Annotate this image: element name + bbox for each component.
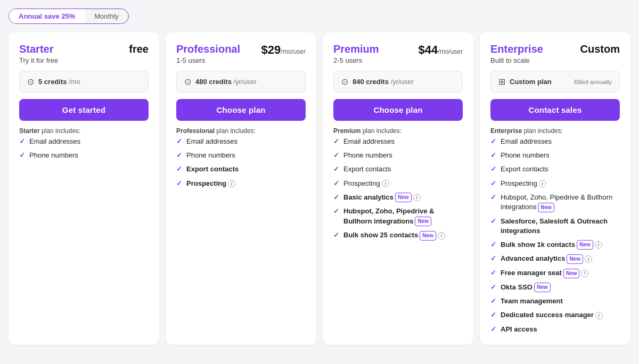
feature-item: ✓ Export contacts [490,164,620,174]
plan-includes-label: Professional plan includes: [176,127,306,135]
feature-item: ✓ Email addresses [19,137,149,146]
feature-item: ✓ Salesforce, Salesloft & Outreach integ… [490,217,620,236]
feature-item: ✓ Email addresses [176,137,306,146]
plan-includes-section: Starter plan includes: ✓ Email addresses… [19,127,149,160]
feature-text: Okta SSONew [501,283,551,293]
feature-item: ✓ Bulk show 25 contactsNewi [333,230,463,241]
credits-amount: 480 credits [195,78,232,86]
feature-text: Export contacts [186,164,239,174]
info-icon[interactable]: i [413,194,421,201]
monthly-label: Monthly [94,12,119,20]
feature-text: Export contacts [501,164,548,174]
plan-price: free [129,43,149,55]
cta-button-enterprise[interactable]: Contact sales [490,99,620,121]
feature-text: Phone numbers [186,151,235,160]
feature-text: Phone numbers [501,151,550,160]
check-icon: ✓ [333,165,339,173]
features-list: ✓ Email addresses ✓ Phone numbers ✓ Expo… [490,137,620,334]
check-icon: ✓ [333,207,339,215]
info-icon[interactable]: i [581,270,588,277]
cta-button-premium[interactable]: Choose plan [333,99,463,121]
credits-amount: 840 credits [353,78,389,86]
info-icon[interactable]: i [382,180,389,187]
cta-button-starter[interactable]: Get started [19,99,149,121]
custom-plan-icon: ⊞ [498,77,505,87]
custom-plan-box: ⊞ Custom plan Billed annually [490,71,620,93]
info-icon[interactable]: i [438,232,445,239]
plan-card-starter: Starter Try it for free free ⊙ 5 credits… [9,32,159,345]
feature-item: ✓ Team management [490,296,620,306]
feature-text: Prospectingi [186,179,235,188]
check-icon: ✓ [333,193,339,201]
feature-text: Email addresses [29,137,80,146]
plan-card-professional: Professional 1-5 users $29/mo/user ⊙ 480… [166,32,316,345]
feature-item: ✓ Okta SSONew [490,283,620,293]
feature-text: Bulk show 1k contactsNewi [501,240,602,250]
plan-includes-label: Starter plan includes: [19,127,149,135]
check-icon: ✓ [176,165,182,173]
monthly-toggle-button[interactable]: Monthly [85,9,128,23]
credits-box: ⊙ 5 credits /mo [19,71,149,93]
custom-plan-left: ⊞ Custom plan [498,77,552,87]
check-icon: ✓ [176,137,182,145]
feature-text: Email addresses [186,137,237,146]
credits-amount: 5 credits [38,78,67,86]
credits-icon: ⊙ [184,77,191,87]
annual-label: Annual [19,12,42,20]
billing-toggle-container: Annual save 25% Monthly [9,9,630,24]
check-icon: ✓ [19,137,25,145]
credits-period: /yr/user [234,78,257,86]
features-list: ✓ Email addresses ✓ Phone numbers [19,137,149,160]
feature-text: API access [501,325,537,334]
check-icon: ✓ [490,283,496,291]
info-icon[interactable]: i [595,241,602,249]
new-badge: New [563,269,580,278]
check-icon: ✓ [490,165,496,173]
credits-text: 480 credits /yr/user [195,78,257,86]
feature-text: Bulk show 25 contactsNewi [343,230,445,241]
new-badge: New [415,217,431,226]
check-icon: ✓ [490,179,496,187]
check-icon: ✓ [333,151,339,159]
plans-grid: Starter Try it for free free ⊙ 5 credits… [9,32,630,345]
feature-text: Advanced analyticsNewi [501,254,592,264]
feature-item: ✓ Phone numbers [490,151,620,160]
plan-subtitle: Built to scale [490,56,543,64]
feature-text: Hubspot, Zoho, Pipedrive & Bullhorn inte… [343,206,463,226]
check-icon: ✓ [490,254,496,262]
feature-item: ✓ Email addresses [490,137,620,146]
feature-item: ✓ Prospectingi [176,179,306,188]
plan-subtitle: 2-5 users [333,56,379,64]
check-icon: ✓ [490,137,496,145]
plan-price-area: $29/mo/user [261,43,306,57]
feature-item: ✓ Prospectingi [490,179,620,188]
check-icon: ✓ [176,179,182,187]
feature-text: Free manager seatNewi [501,268,588,278]
billed-annually: Billed annually [574,79,612,85]
check-icon: ✓ [176,151,182,159]
plan-name: Premium [333,43,379,55]
plan-header: Enterprise Built to scale Custom [490,43,620,64]
plan-name: Professional [176,43,240,55]
info-icon[interactable]: i [539,180,546,187]
plan-price-amount: $29 [261,43,281,56]
plan-includes-section: Professional plan includes: ✓ Email addr… [176,127,306,188]
feature-text: Phone numbers [29,151,78,160]
feature-item: ✓ Phone numbers [19,151,149,160]
custom-plan-label: Custom plan [510,78,552,86]
info-icon[interactable]: i [585,255,592,263]
credits-icon: ⊙ [341,77,348,87]
plan-includes-name: Professional [176,127,215,135]
check-icon: ✓ [490,193,496,201]
feature-text: Export contacts [343,164,391,174]
feature-text: Basic analyticsNewi [343,193,421,203]
plan-price-unit: /mo/user [281,48,306,55]
feature-item: ✓ Export contacts [333,164,463,174]
feature-item: ✓ API access [490,325,620,334]
annual-toggle-button[interactable]: Annual save 25% [9,9,85,23]
info-icon[interactable]: i [228,180,235,187]
cta-button-professional[interactable]: Choose plan [176,99,306,121]
plan-header: Starter Try it for free free [19,43,149,64]
info-icon[interactable]: i [595,312,603,319]
plan-price-area: $44/mo/user [419,43,463,57]
